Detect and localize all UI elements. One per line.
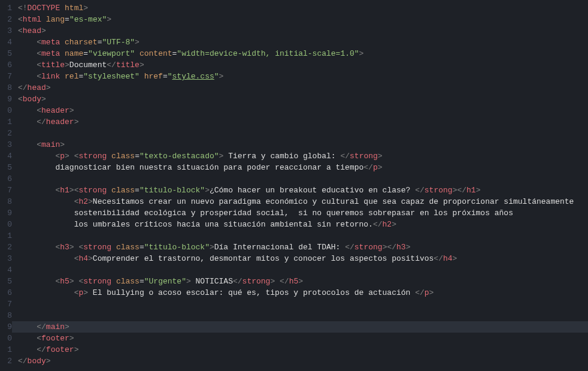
code-line[interactable]: <body> bbox=[18, 93, 588, 105]
code-line[interactable]: <link rel="stylesheet" href="style.css"> bbox=[18, 71, 588, 82]
token: diagnosticar bien nuestra situación para… bbox=[55, 163, 363, 172]
token bbox=[111, 277, 116, 286]
code-line[interactable]: <meta charset="UTF-8"> bbox=[18, 37, 588, 48]
token: h5 bbox=[289, 277, 299, 286]
token: > bbox=[69, 334, 74, 343]
code-line[interactable]: <head> bbox=[18, 25, 588, 37]
code-line[interactable]: <header> bbox=[18, 105, 588, 116]
token: < bbox=[37, 61, 41, 70]
token: > bbox=[88, 254, 93, 263]
code-line[interactable]: <p> El bullying o acoso escolar: qué es,… bbox=[18, 287, 588, 298]
code-line[interactable]: <title>Document</title> bbox=[18, 59, 588, 71]
code-line[interactable] bbox=[18, 298, 588, 310]
token: link bbox=[41, 72, 60, 81]
line-number: 7 bbox=[0, 71, 12, 82]
token: </ bbox=[373, 220, 383, 229]
token: "viewport" bbox=[88, 49, 135, 58]
token: meta bbox=[41, 49, 60, 58]
token: NOTICIAS bbox=[191, 277, 233, 286]
line-number: 5 bbox=[0, 48, 12, 59]
token: class bbox=[116, 243, 140, 252]
token: </ bbox=[18, 83, 28, 92]
token bbox=[107, 152, 111, 161]
code-line[interactable] bbox=[18, 264, 588, 276]
token: h2 bbox=[383, 220, 392, 229]
line-number: 0 bbox=[0, 105, 12, 116]
token: </ bbox=[415, 288, 425, 297]
token: > bbox=[186, 277, 191, 286]
code-line[interactable] bbox=[18, 230, 588, 242]
code-area[interactable]: <!DOCTYPE html><html lang="es-mex"><head… bbox=[18, 0, 588, 371]
line-number: 8 bbox=[0, 310, 12, 321]
code-line[interactable]: <h4>Comprender el trastorno, desmontar m… bbox=[18, 253, 588, 264]
token: > bbox=[453, 254, 457, 263]
code-line[interactable]: <h1><strong class="titulo-block">¿Cómo h… bbox=[18, 185, 588, 196]
token: strong bbox=[78, 186, 107, 195]
code-line[interactable]: los umbrales críticos hacia una situació… bbox=[18, 219, 588, 230]
token: > bbox=[359, 49, 364, 58]
token: > bbox=[140, 61, 144, 70]
line-number: 6 bbox=[0, 59, 12, 71]
token: </ bbox=[415, 186, 425, 195]
token: > bbox=[378, 163, 383, 172]
line-number: 7 bbox=[0, 185, 12, 196]
token: = bbox=[140, 277, 144, 286]
token: head bbox=[28, 83, 46, 92]
code-line[interactable]: </header> bbox=[18, 116, 588, 128]
token: charset bbox=[65, 38, 98, 47]
code-line[interactable]: <h5> <strong class="Urgente"> NOTICIAS</… bbox=[18, 276, 588, 287]
token: </ bbox=[233, 277, 243, 286]
token: header bbox=[46, 117, 74, 126]
line-number: 9 bbox=[0, 93, 12, 105]
token bbox=[41, 15, 46, 24]
code-line[interactable]: </head> bbox=[18, 82, 588, 93]
token: < bbox=[18, 95, 23, 104]
token bbox=[135, 49, 140, 58]
code-line[interactable] bbox=[18, 310, 588, 321]
code-line[interactable] bbox=[18, 128, 588, 139]
token: > bbox=[46, 83, 51, 92]
token: < bbox=[37, 49, 41, 58]
token: ></ bbox=[453, 186, 466, 195]
token: Document bbox=[69, 61, 107, 70]
token: ></ bbox=[383, 243, 396, 252]
code-line[interactable]: <h3> <strong class="titulo-block">Día In… bbox=[18, 242, 588, 253]
token: html bbox=[23, 15, 41, 24]
token: > bbox=[69, 106, 74, 115]
token: > bbox=[205, 186, 210, 195]
line-number: 6 bbox=[0, 287, 12, 298]
code-line[interactable]: </body> bbox=[18, 355, 588, 367]
token: > bbox=[406, 243, 411, 252]
token: </ bbox=[340, 152, 350, 161]
token: body bbox=[23, 95, 41, 104]
code-line[interactable]: </main> bbox=[12, 321, 588, 333]
line-number: 8 bbox=[0, 196, 12, 207]
code-line[interactable]: <html lang="es-mex"> bbox=[18, 14, 588, 25]
token: El bullying o acoso escolar: qué es, tip… bbox=[88, 288, 415, 297]
line-number: 4 bbox=[0, 264, 12, 276]
line-number: 3 bbox=[0, 25, 12, 37]
code-line[interactable]: </footer> bbox=[18, 344, 588, 355]
token: strong bbox=[425, 186, 453, 195]
code-line[interactable]: diagnosticar bien nuestra situación para… bbox=[18, 162, 588, 173]
token: strong bbox=[83, 277, 111, 286]
code-line[interactable]: <h2>Necesitamos crear un nuevo paradigma… bbox=[18, 196, 588, 207]
code-line[interactable]: sostenibilidad ecológica y prosperidad s… bbox=[18, 207, 588, 219]
line-number: 3 bbox=[0, 253, 12, 264]
token bbox=[107, 186, 111, 195]
code-line[interactable]: <!DOCTYPE html> bbox=[18, 2, 588, 14]
code-line[interactable]: <p> <strong class="texto-destacado"> Tie… bbox=[18, 150, 588, 162]
token: >< bbox=[69, 186, 79, 195]
code-line[interactable]: <footer> bbox=[18, 333, 588, 344]
token: < bbox=[37, 140, 41, 149]
code-line[interactable]: <meta name="viewport" content="width=dev… bbox=[18, 48, 588, 59]
line-number: 2 bbox=[0, 355, 12, 367]
token: </ bbox=[345, 243, 354, 252]
token: h1 bbox=[466, 186, 476, 195]
code-line[interactable] bbox=[18, 173, 588, 185]
code-line[interactable]: <main> bbox=[18, 139, 588, 150]
token: "UTF-8" bbox=[102, 38, 135, 47]
code-editor[interactable]: 12345678901234567890123456789012 <!DOCTY… bbox=[0, 0, 588, 371]
token: Comprender el trastorno, desmontar mitos… bbox=[93, 254, 434, 263]
token: </ bbox=[363, 163, 373, 172]
